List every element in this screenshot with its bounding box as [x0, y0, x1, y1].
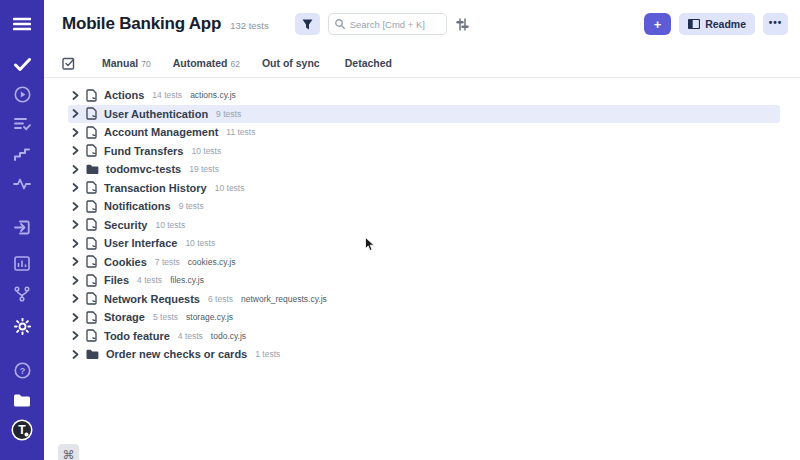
search-box[interactable]: [328, 13, 447, 35]
tab-out-of-sync[interactable]: Out of sync: [262, 57, 323, 69]
test-group-name: Todo feature: [104, 330, 170, 342]
chevron-right-icon[interactable]: [72, 109, 79, 118]
test-group-name: Notifications: [104, 200, 171, 212]
chevron-right-icon[interactable]: [72, 276, 79, 285]
test-group-name: Storage: [104, 311, 145, 323]
help-icon[interactable]: ?: [0, 359, 44, 381]
more-button[interactable]: •••: [763, 13, 788, 35]
command-key-badge[interactable]: ⌘: [58, 444, 79, 460]
svg-text:?: ?: [19, 366, 25, 376]
chevron-right-icon[interactable]: [72, 183, 79, 192]
file-icon: [86, 218, 97, 231]
file-icon: [86, 89, 97, 102]
test-count: 10 tests: [185, 238, 215, 248]
list-item[interactable]: User Interface 10 tests: [68, 234, 780, 253]
file-icon: [86, 200, 97, 213]
select-tests-icon[interactable]: [62, 56, 76, 70]
chevron-right-icon[interactable]: [72, 239, 79, 248]
search-icon: [335, 19, 345, 29]
chevron-right-icon[interactable]: [72, 294, 79, 303]
search-input[interactable]: [350, 19, 440, 30]
chevron-right-icon[interactable]: [72, 165, 79, 174]
chevron-right-icon[interactable]: [72, 331, 79, 340]
test-count: 6 tests: [208, 294, 233, 304]
test-group-name: User Interface: [104, 237, 177, 249]
list-item[interactable]: Account Management 11 tests: [68, 123, 780, 142]
test-group-name: User Authentication: [104, 108, 208, 120]
test-group-name: Cookies: [104, 256, 147, 268]
list-item[interactable]: Transaction History 10 tests: [68, 179, 780, 198]
page-title: Mobile Banking App: [62, 14, 221, 34]
test-count: 5 tests: [153, 312, 178, 322]
test-count: 10 tests: [155, 220, 185, 230]
list-item[interactable]: Network Requests 6 tests network_request…: [68, 290, 780, 309]
header: Mobile Banking App 132 tests + Readme ••…: [44, 0, 800, 48]
test-count: 9 tests: [179, 201, 204, 211]
chevron-right-icon[interactable]: [72, 128, 79, 137]
list-item[interactable]: Order new checks or cards 1 tests: [68, 345, 780, 364]
test-group-name: Network Requests: [104, 293, 200, 305]
list-item[interactable]: Storage 5 tests storage.cy.js: [68, 308, 780, 327]
steps-icon[interactable]: [0, 143, 44, 165]
tab-label: Manual: [102, 57, 138, 69]
gear-icon[interactable]: [0, 315, 44, 337]
list-item[interactable]: Cookies 7 tests cookies.cy.js: [68, 253, 780, 272]
tests-count: 132 tests: [230, 20, 269, 31]
filter-button[interactable]: [295, 13, 320, 35]
main-area: Mobile Banking App 132 tests + Readme ••…: [44, 0, 800, 460]
list-item[interactable]: todomvc-tests 19 tests: [68, 160, 780, 179]
book-icon: [688, 19, 700, 29]
test-count: 19 tests: [189, 164, 219, 174]
filter-funnel-icon: [302, 19, 313, 30]
tab-automated[interactable]: Automated 62: [173, 57, 240, 69]
tab-label: Detached: [345, 57, 392, 69]
list-item[interactable]: Fund Transfers 10 tests: [68, 142, 780, 161]
folder-icon[interactable]: [0, 389, 44, 411]
file-icon: [86, 107, 97, 120]
tab-manual[interactable]: Manual 70: [102, 57, 151, 69]
chevron-right-icon[interactable]: [72, 350, 79, 359]
list-item[interactable]: User Authentication 9 tests: [68, 105, 780, 124]
list-item[interactable]: Notifications 9 tests: [68, 197, 780, 216]
test-group-name: Fund Transfers: [104, 145, 183, 157]
pulse-icon[interactable]: [0, 173, 44, 195]
list-check-icon[interactable]: [0, 113, 44, 135]
spec-file-name: network_requests.cy.js: [241, 294, 327, 304]
test-group-name: Security: [104, 219, 147, 231]
git-branch-icon[interactable]: [0, 283, 44, 305]
chevron-right-icon[interactable]: [72, 202, 79, 211]
test-group-name: Actions: [104, 89, 144, 101]
chevron-right-icon[interactable]: [72, 91, 79, 100]
list-item[interactable]: Files 4 tests files.cy.js: [68, 271, 780, 290]
sidebar: ? T: [0, 0, 44, 460]
spec-file-name: storage.cy.js: [186, 312, 233, 322]
file-icon: [86, 311, 97, 324]
test-count: 11 tests: [226, 127, 255, 137]
exit-arrow-icon[interactable]: [0, 216, 44, 238]
chevron-right-icon[interactable]: [72, 220, 79, 229]
test-count: 4 tests: [178, 331, 203, 341]
adjustments-icon[interactable]: [456, 18, 469, 31]
tab-count: 70: [141, 59, 150, 69]
tab-label: Automated: [173, 57, 228, 69]
app-logo[interactable]: T: [0, 418, 44, 442]
add-button[interactable]: +: [644, 13, 671, 35]
chevron-right-icon[interactable]: [72, 313, 79, 322]
list-item[interactable]: Actions 14 tests actions.cy.js: [68, 86, 780, 105]
spec-file-name: todo.cy.js: [211, 331, 246, 341]
folder-icon: [86, 164, 99, 175]
test-count: 7 tests: [155, 257, 180, 267]
check-icon[interactable]: [0, 53, 44, 75]
list-item[interactable]: Todo feature 4 tests todo.cy.js: [68, 327, 780, 346]
chevron-right-icon[interactable]: [72, 146, 79, 155]
list-item[interactable]: Security 10 tests: [68, 216, 780, 235]
file-icon: [86, 144, 97, 157]
test-count: 1 tests: [255, 349, 280, 359]
chevron-right-icon[interactable]: [72, 257, 79, 266]
readme-label: Readme: [705, 18, 746, 30]
play-circle-icon[interactable]: [0, 83, 44, 105]
bar-chart-icon[interactable]: [0, 252, 44, 274]
tab-detached[interactable]: Detached: [345, 57, 395, 69]
menu-icon[interactable]: [0, 13, 44, 35]
readme-button[interactable]: Readme: [679, 13, 755, 35]
